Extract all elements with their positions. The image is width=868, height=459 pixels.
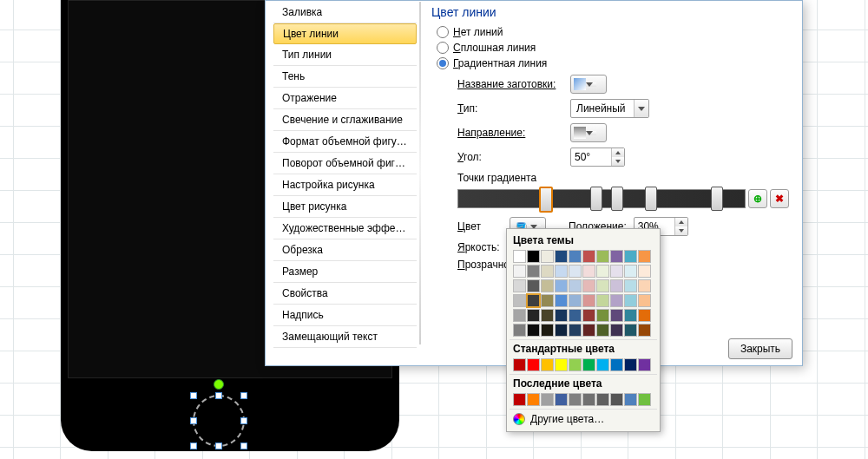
color-swatch[interactable] (527, 358, 540, 371)
color-swatch[interactable] (638, 324, 651, 337)
color-swatch[interactable] (582, 265, 595, 278)
more-colors-item[interactable]: Другие цвета… (510, 409, 657, 429)
color-swatch[interactable] (555, 294, 568, 307)
color-swatch[interactable] (569, 393, 582, 406)
color-swatch[interactable] (582, 309, 595, 322)
sidebar-item[interactable]: Художественные эффекты (273, 218, 417, 239)
color-swatch[interactable] (596, 250, 609, 263)
color-swatch[interactable] (638, 265, 651, 278)
color-swatch[interactable] (582, 250, 595, 263)
color-swatch[interactable] (610, 324, 623, 337)
color-swatch[interactable] (541, 324, 554, 337)
color-swatch[interactable] (569, 250, 582, 263)
color-swatch[interactable] (596, 358, 609, 371)
color-swatch[interactable] (541, 309, 554, 322)
color-swatch[interactable] (541, 358, 554, 371)
color-swatch[interactable] (624, 393, 637, 406)
color-swatch[interactable] (610, 358, 623, 371)
add-stop-button[interactable]: ⊕ (748, 189, 767, 208)
sidebar-item[interactable]: Свечение и сглаживание (273, 109, 417, 131)
color-swatch[interactable] (541, 294, 554, 307)
color-swatch[interactable] (624, 250, 637, 263)
color-swatch[interactable] (569, 265, 582, 278)
resize-handle-icon[interactable] (240, 443, 247, 449)
home-button-shape[interactable] (193, 395, 245, 447)
color-swatch[interactable] (555, 393, 568, 406)
color-swatch[interactable] (596, 294, 609, 307)
color-swatch[interactable] (596, 324, 609, 337)
color-swatch[interactable] (513, 358, 526, 371)
sidebar-item[interactable]: Формат объемной фигуры (273, 131, 417, 153)
gradient-stop-handle[interactable] (711, 187, 723, 211)
color-swatch[interactable] (638, 279, 651, 292)
color-swatch[interactable] (555, 250, 568, 263)
color-swatch[interactable] (527, 393, 540, 406)
line-fill-radio[interactable]: Градиентная линия (437, 57, 792, 69)
gradient-stop-handle[interactable] (611, 187, 623, 211)
color-swatch[interactable] (638, 250, 651, 263)
color-swatch[interactable] (624, 265, 637, 278)
sidebar-item[interactable]: Поворот объемной фигуры (273, 153, 417, 174)
color-swatch[interactable] (541, 250, 554, 263)
gradient-stop-handle[interactable] (590, 187, 602, 211)
color-swatch[interactable] (513, 294, 526, 307)
color-swatch[interactable] (555, 279, 568, 292)
resize-handle-icon[interactable] (240, 392, 247, 399)
sidebar-item[interactable]: Цвет рисунка (273, 196, 417, 218)
gradient-stops-track[interactable] (457, 189, 746, 208)
color-swatch[interactable] (555, 358, 568, 371)
color-swatch[interactable] (610, 294, 623, 307)
color-swatch[interactable] (582, 279, 595, 292)
sidebar-item[interactable]: Тип линии (273, 44, 417, 66)
color-swatch[interactable] (555, 265, 568, 278)
color-swatch[interactable] (610, 279, 623, 292)
sidebar-item[interactable]: Размер (273, 261, 417, 283)
resize-handle-icon[interactable] (240, 417, 247, 424)
color-swatch[interactable] (569, 294, 582, 307)
resize-handle-icon[interactable] (215, 443, 222, 449)
resize-handle-icon[interactable] (190, 417, 197, 424)
color-swatch[interactable] (513, 393, 526, 406)
color-swatch[interactable] (541, 393, 554, 406)
type-dropdown[interactable]: Линейный (570, 99, 649, 118)
color-swatch[interactable] (596, 279, 609, 292)
color-swatch[interactable] (638, 393, 651, 406)
color-swatch[interactable] (513, 250, 526, 263)
color-swatch[interactable] (527, 279, 540, 292)
line-fill-radio[interactable]: Нет линий (437, 26, 792, 38)
line-fill-radio[interactable]: Сплошная линия (437, 42, 792, 54)
sidebar-item[interactable]: Настройка рисунка (273, 174, 417, 196)
color-swatch[interactable] (610, 393, 623, 406)
color-swatch[interactable] (582, 294, 595, 307)
color-swatch[interactable] (527, 309, 540, 322)
remove-stop-button[interactable]: ✖ (770, 189, 789, 208)
color-swatch[interactable] (569, 358, 582, 371)
preset-picker-button[interactable] (570, 75, 607, 94)
color-swatch[interactable] (569, 279, 582, 292)
color-swatch[interactable] (596, 265, 609, 278)
color-swatch[interactable] (638, 358, 651, 371)
sidebar-item[interactable]: Цвет линии (273, 23, 417, 44)
gradient-stop-handle[interactable] (645, 187, 657, 211)
rotate-handle-icon[interactable] (214, 379, 224, 390)
color-swatch[interactable] (513, 265, 526, 278)
color-swatch[interactable] (513, 324, 526, 337)
gradient-stop-handle[interactable] (539, 187, 553, 213)
sidebar-item[interactable]: Надпись (273, 305, 417, 326)
color-swatch[interactable] (624, 309, 637, 322)
sidebar-item[interactable]: Замещающий текст (273, 326, 417, 348)
color-swatch[interactable] (527, 294, 540, 307)
color-swatch[interactable] (596, 393, 609, 406)
color-swatch[interactable] (582, 324, 595, 337)
color-swatch[interactable] (610, 265, 623, 278)
color-swatch[interactable] (569, 324, 582, 337)
color-swatch[interactable] (624, 324, 637, 337)
angle-spinner[interactable]: 50° (570, 148, 625, 167)
color-swatch[interactable] (624, 358, 637, 371)
color-swatch[interactable] (582, 358, 595, 371)
sidebar-item[interactable]: Свойства (273, 283, 417, 305)
close-button[interactable]: Закрыть (728, 338, 792, 359)
color-swatch[interactable] (513, 279, 526, 292)
color-swatch[interactable] (541, 265, 554, 278)
color-swatch[interactable] (638, 294, 651, 307)
